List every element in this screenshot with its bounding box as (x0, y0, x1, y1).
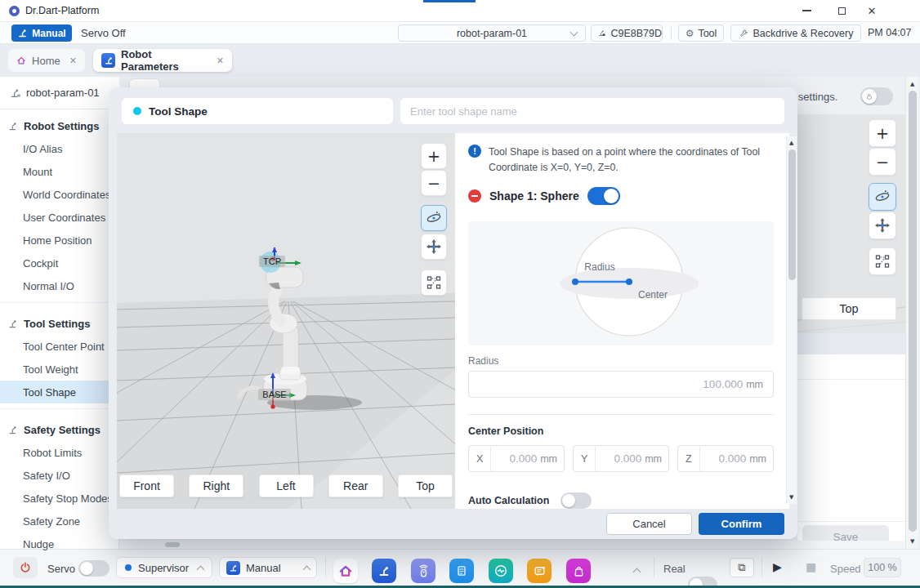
app-robot-params[interactable] (372, 559, 396, 583)
sidebar-item-nudge[interactable]: Nudge (0, 532, 119, 555)
shape-enabled-toggle[interactable] (587, 187, 620, 205)
tool-shape-name-input[interactable] (400, 98, 784, 124)
bg-content-panel (797, 354, 905, 549)
viewer-orbit-button[interactable] (421, 205, 447, 231)
sidebar-item-io-alias[interactable]: I/O Alias (0, 137, 119, 160)
center-y-input[interactable]: Y 0.000 mm (573, 445, 669, 472)
tool-button[interactable]: ⚙ Tool (678, 24, 724, 42)
dialog-footer: Cancel Confirm (109, 509, 797, 539)
bg-measure-button[interactable] (869, 247, 896, 275)
3d-simulation-button[interactable]: ⧉ (730, 558, 754, 577)
center-position-label: Center Position (468, 425, 543, 437)
play-button[interactable]: ▶ (773, 560, 782, 573)
view-rear-button[interactable]: Rear (328, 474, 383, 497)
mode-label: Manual (32, 28, 65, 39)
sidebar-item-user-coordinates[interactable]: User Coordinates (0, 206, 119, 229)
minimize-button[interactable] (793, 0, 820, 21)
view-right-button[interactable]: Right (189, 474, 243, 497)
role-select[interactable]: Supervisor (116, 557, 212, 578)
stop-button[interactable]: ■ (806, 560, 816, 573)
tab-robot-parameters[interactable]: Robot Parameters ✕ (93, 49, 232, 72)
auto-calculation-toggle[interactable] (560, 492, 592, 509)
home-icon (16, 55, 26, 66)
mode-select[interactable]: Manual (219, 557, 317, 578)
scroll-down-icon[interactable]: ▼ (910, 538, 914, 545)
page-h-scrollbar[interactable] (119, 541, 905, 549)
bg-pan-button[interactable] (869, 212, 896, 239)
sidebar-item-safety-io[interactable]: Safety I/O (0, 464, 119, 487)
sidebar-item-tool-center-point[interactable]: Tool Center Point (0, 335, 119, 358)
confirm-button[interactable]: Confirm (699, 513, 784, 535)
sidebar-item-world-coordinates[interactable]: World Coordinates (0, 183, 119, 206)
tab-home[interactable]: Home ✕ (8, 49, 85, 72)
power-button[interactable] (13, 557, 38, 578)
robot-serial-button[interactable]: C9E8B79D (591, 24, 663, 42)
dock-expand-chevron-icon[interactable] (633, 568, 641, 577)
speed-value-box[interactable]: 100 % (864, 558, 901, 577)
app-log[interactable] (527, 559, 552, 583)
view-top-button[interactable]: Top (398, 474, 453, 497)
tool-shape-3d-viewer[interactable]: TCP BASE + (117, 133, 455, 509)
robot-param-select[interactable]: robot-param-01 (398, 24, 586, 42)
sidebar: robot-param-01 Robot Settings I/O Alias … (0, 77, 119, 549)
toolbar-divider (671, 27, 672, 40)
orbit-icon (425, 209, 443, 227)
sidebar-item-home-position[interactable]: Home Position (0, 229, 119, 252)
backdrive-recovery-button[interactable]: Backdrive & Recovery (730, 24, 861, 42)
app-monitor[interactable] (489, 559, 513, 583)
power-icon (20, 562, 31, 573)
cancel-button[interactable]: Cancel (606, 513, 692, 535)
scroll-up-icon[interactable]: ▲ (789, 140, 793, 146)
servo-toggle[interactable] (78, 560, 109, 577)
bg-zoom-in-button[interactable]: + (869, 119, 896, 147)
center-z-input[interactable]: Z 0.000 mm (677, 445, 774, 472)
viewer-zoom-in-button[interactable]: + (421, 143, 447, 169)
viewer-zoom-out-button[interactable]: − (421, 170, 447, 196)
scroll-down-icon[interactable]: ▼ (789, 494, 793, 501)
shape-row: Shape 1: Sphere (468, 187, 620, 205)
radius-input[interactable]: 100.000 mm (468, 371, 774, 398)
page-scrollbar[interactable]: ▲ ▼ (905, 77, 918, 549)
app-home[interactable] (333, 559, 358, 583)
bg-zoom-out-button[interactable]: − (869, 148, 896, 176)
sidebar-item-robot-limits[interactable]: Robot Limits (0, 441, 119, 464)
sidebar-item-safety-zone[interactable]: Safety Zone (0, 510, 119, 532)
robot-parameters-icon (101, 53, 115, 68)
remove-shape-icon[interactable] (468, 189, 481, 203)
mode-manual-button[interactable]: Manual (11, 24, 72, 42)
viewer-pan-button[interactable] (421, 234, 447, 260)
panel-scrollbar-thumb[interactable] (788, 149, 796, 280)
sidebar-item-safety-stop-modes[interactable]: Safety Stop Modes (0, 487, 119, 510)
page-h-scrollbar-thumb[interactable] (165, 542, 180, 547)
close-button[interactable]: ✕ (858, 0, 886, 21)
scroll-up-icon[interactable]: ▲ (910, 81, 914, 87)
bg-top-label: Top (839, 302, 858, 315)
info-icon: ! (468, 145, 481, 158)
settings-lock-toggle[interactable] (860, 87, 893, 105)
robot-icon (8, 425, 19, 435)
center-x-input[interactable]: X 0.000 mm (468, 445, 565, 472)
app-task[interactable] (449, 559, 474, 583)
auto-calculation-row: Auto Calculation (468, 492, 592, 509)
shape-label: Shape 1: Sphere (489, 189, 579, 203)
app-store[interactable] (566, 559, 591, 583)
panel-scrollbar[interactable]: ▲ ▼ (786, 136, 797, 504)
sidebar-item-mount[interactable]: Mount (0, 160, 119, 183)
bg-view-top-button[interactable]: Top (802, 297, 896, 320)
viewer-measure-button[interactable] (421, 270, 447, 296)
page-scrollbar-thumb[interactable] (909, 91, 917, 532)
cyan-dot-icon (133, 107, 141, 115)
bg-orbit-button[interactable] (869, 183, 896, 211)
tab-home-close-icon[interactable]: ✕ (69, 56, 77, 66)
sidebar-item-tool-shape[interactable]: Tool Shape (0, 381, 119, 403)
sidebar-item-cockpit[interactable]: Cockpit (0, 252, 119, 274)
sidebar-item-normal-io[interactable]: Normal I/O (0, 274, 119, 297)
maximize-button[interactable] (828, 0, 855, 21)
chevron-up-icon (197, 565, 205, 573)
view-front-button[interactable]: Front (119, 474, 174, 497)
view-left-button[interactable]: Left (259, 474, 314, 497)
robot-param-icon (10, 87, 21, 99)
sidebar-item-tool-weight[interactable]: Tool Weight (0, 358, 119, 381)
tab-robot-parameters-close-icon[interactable]: ✕ (217, 56, 224, 66)
app-jog[interactable] (411, 559, 435, 583)
